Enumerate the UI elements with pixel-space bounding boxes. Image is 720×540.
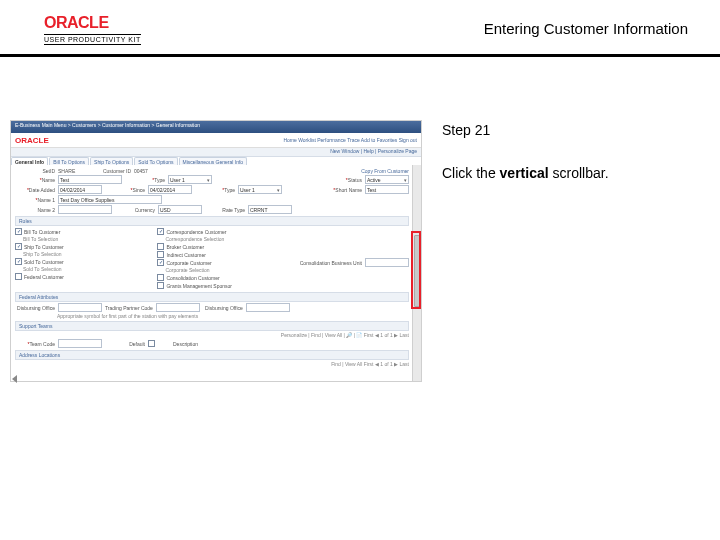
- roles-left-col: ✓Bill To CustomerBill To Selection✓Ship …: [15, 227, 149, 290]
- role-label: Corporate Customer: [166, 260, 211, 266]
- role-item: Bill To Selection: [15, 236, 149, 242]
- role-item: Corporate Selection: [157, 267, 291, 273]
- role-checkbox[interactable]: ✓: [15, 228, 22, 235]
- instr-before: Click the: [442, 165, 500, 181]
- support-personalize[interactable]: Personalize | Find | View All | 🔎 | 📄 Fi…: [15, 332, 409, 338]
- role-item: Ship To Selection: [15, 251, 149, 257]
- addr-footer[interactable]: Find | View All First ◀ 1 of 1 ▶ Last: [15, 361, 409, 367]
- fed-note: Appropriate symbol for first part of the…: [57, 313, 409, 319]
- role-label: Consolidation Customer: [166, 275, 219, 281]
- input-currency[interactable]: USD: [158, 205, 202, 214]
- role-label: Correspondence Customer: [166, 229, 226, 235]
- lbl-default: Default: [105, 341, 145, 347]
- role-checkbox[interactable]: ✓: [157, 259, 164, 266]
- role-checkbox[interactable]: ✓: [15, 258, 22, 265]
- select-type2[interactable]: User 1: [238, 185, 282, 194]
- role-item: ✓Ship To Customer: [15, 243, 149, 250]
- select-status[interactable]: Active: [365, 175, 409, 184]
- val-custid: 00457: [134, 168, 148, 174]
- vertical-scrollbar-thumb[interactable]: [414, 235, 420, 307]
- link-copy[interactable]: Copy From Customer: [361, 168, 409, 174]
- role-item: Indirect Customer: [157, 251, 291, 258]
- role-item: Broker Customer: [157, 243, 291, 250]
- role-item: ✓Bill To Customer: [15, 228, 149, 235]
- ss-breadcrumb: E-Business Main Menu > Customers > Custo…: [11, 121, 421, 133]
- section-roles: Roles: [15, 216, 409, 226]
- lbl-type: Type: [125, 177, 165, 183]
- prev-arrow-icon[interactable]: [10, 370, 20, 380]
- role-item: Federal Customer: [15, 273, 149, 280]
- input-cons-bu[interactable]: [365, 258, 409, 267]
- input-shortname[interactable]: Test: [365, 185, 409, 194]
- role-checkbox[interactable]: [157, 282, 164, 289]
- lbl-name: Name: [15, 177, 55, 183]
- input-name[interactable]: Test: [58, 175, 122, 184]
- role-item: ✓Corporate Customer: [157, 259, 291, 266]
- role-checkbox[interactable]: [157, 243, 164, 250]
- header-divider: [0, 54, 720, 57]
- role-item: ✓Sold To Customer: [15, 258, 149, 265]
- role-item: Grants Management Sponsor: [157, 282, 291, 289]
- section-address: Address Locations: [15, 350, 409, 360]
- vertical-scrollbar-track[interactable]: [412, 165, 421, 381]
- instruction-text: Click the vertical scrollbar.: [442, 163, 609, 184]
- ss-sub-nav: New Window | Help | Personalize Page: [11, 148, 421, 157]
- lbl-tpc: Trading Partner Code: [105, 305, 153, 311]
- instr-after: scrollbar.: [549, 165, 609, 181]
- ss-oracle-logo: ORACLE: [15, 136, 49, 145]
- input-tpc[interactable]: [156, 303, 200, 312]
- role-label: Grants Management Sponsor: [166, 283, 232, 289]
- role-label: Bill To Customer: [24, 229, 60, 235]
- input-name1[interactable]: Test Day Office Supplies: [58, 195, 162, 204]
- lbl-name2: Name 2: [15, 207, 55, 213]
- role-sub-label[interactable]: Bill To Selection: [23, 236, 58, 242]
- role-sub-label[interactable]: Corporate Selection: [165, 267, 209, 273]
- oracle-logo: ORACLE: [44, 14, 141, 32]
- input-since[interactable]: 04/02/2014: [148, 185, 192, 194]
- role-checkbox[interactable]: [15, 273, 22, 280]
- section-support: Support Teams: [15, 321, 409, 331]
- instr-bold: vertical: [500, 165, 549, 181]
- role-checkbox[interactable]: [157, 251, 164, 258]
- role-checkbox[interactable]: ✓: [157, 228, 164, 235]
- lbl-do2: Disbursing Office: [203, 305, 243, 311]
- val-setid: SHARE: [58, 168, 88, 174]
- role-checkbox[interactable]: [157, 274, 164, 281]
- input-disburse[interactable]: [58, 303, 102, 312]
- logo-subtitle: USER PRODUCTIVITY KIT: [44, 34, 141, 45]
- input-teamcode[interactable]: [58, 339, 102, 348]
- input-name2[interactable]: [58, 205, 112, 214]
- roles-right-col: ✓Correspondence CustomerCorrespondence S…: [157, 227, 291, 290]
- role-sub-label[interactable]: Ship To Selection: [23, 251, 62, 257]
- select-type[interactable]: User 1: [168, 175, 212, 184]
- lbl-shortname: Short Name: [322, 187, 362, 193]
- lbl-ratetype: Rate Type: [205, 207, 245, 213]
- input-ratetype[interactable]: CRRNT: [248, 205, 292, 214]
- role-checkbox[interactable]: ✓: [15, 243, 22, 250]
- ss-form-body: SetID SHARE Customer ID 00457 Copy From …: [11, 165, 413, 381]
- lbl-status: Status: [322, 177, 362, 183]
- role-label: Ship To Customer: [24, 244, 64, 250]
- lbl-setid: SetID: [15, 168, 55, 174]
- input-do2[interactable]: [246, 303, 290, 312]
- oracle-logo-block: ORACLE USER PRODUCTIVITY KIT: [44, 14, 141, 45]
- role-sub-label[interactable]: Correspondence Selection: [165, 236, 224, 242]
- role-label: Sold To Customer: [24, 259, 64, 265]
- lbl-teamcode: Team Code: [15, 341, 55, 347]
- instruction-panel: Step 21 Click the vertical scrollbar.: [442, 120, 609, 184]
- lbl-disburse: Disbursing Office: [15, 305, 55, 311]
- role-label: Federal Customer: [24, 274, 64, 280]
- page-title: Entering Customer Information: [484, 20, 688, 37]
- lbl-currency: Currency: [115, 207, 155, 213]
- role-label: Indirect Customer: [166, 252, 205, 258]
- role-sub-label[interactable]: Sold To Selection: [23, 266, 62, 272]
- lbl-since: Since: [105, 187, 145, 193]
- svg-marker-0: [12, 375, 17, 383]
- chk-default[interactable]: [148, 340, 155, 347]
- input-dateadded[interactable]: 04/02/2014: [58, 185, 102, 194]
- lbl-dateadded: Date Added: [15, 187, 55, 193]
- lbl-desc: Description: [158, 341, 198, 347]
- role-item: Sold To Selection: [15, 266, 149, 272]
- lbl-custid: Customer ID: [91, 168, 131, 174]
- role-item: Correspondence Selection: [157, 236, 291, 242]
